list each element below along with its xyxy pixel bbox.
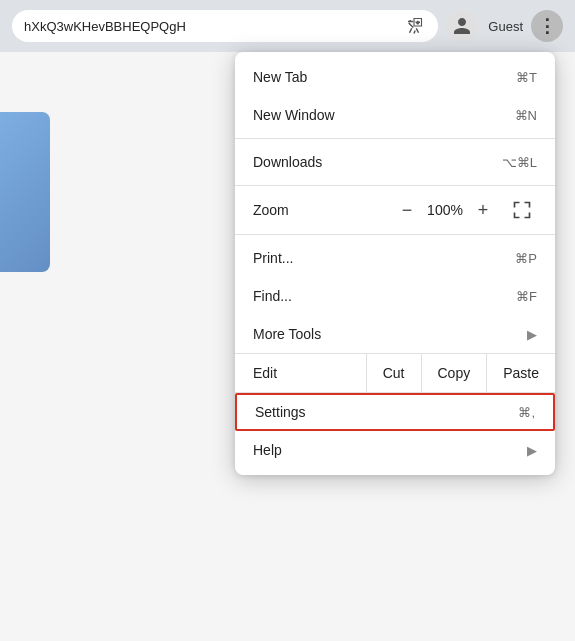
edit-copy-button[interactable]: Copy [421, 354, 487, 392]
menu-item-print[interactable]: Print... ⌘P [235, 239, 555, 277]
menu-item-zoom: Zoom − 100% + [235, 190, 555, 230]
zoom-in-button[interactable]: + [467, 196, 499, 224]
menu-item-help[interactable]: Help ▶ [235, 431, 555, 469]
new-tab-shortcut: ⌘T [516, 70, 537, 85]
url-text: hXkQ3wKHevBBHEQPQgH [24, 19, 396, 34]
zoom-controls: − 100% + [391, 196, 499, 224]
dropdown-menu: New Tab ⌘T New Window ⌘N Downloads ⌥⌘L Z… [235, 52, 555, 475]
fullscreen-button[interactable] [507, 197, 537, 223]
find-shortcut: ⌘F [516, 289, 537, 304]
menu-item-downloads[interactable]: Downloads ⌥⌘L [235, 143, 555, 181]
edit-label: Edit [235, 365, 366, 381]
browser-bar: hXkQ3wKHevBBHEQPQgH Guest ⋮ [0, 0, 575, 52]
zoom-label: Zoom [253, 202, 391, 218]
menu-item-edit-row: Edit Cut Copy Paste [235, 353, 555, 393]
divider-3 [235, 234, 555, 235]
downloads-label: Downloads [253, 154, 490, 170]
print-label: Print... [253, 250, 503, 266]
edit-cut-button[interactable]: Cut [366, 354, 421, 392]
zoom-out-button[interactable]: − [391, 196, 423, 224]
more-tools-arrow: ▶ [527, 327, 537, 342]
settings-label: Settings [255, 404, 506, 420]
profile-label: Guest [488, 19, 523, 34]
help-label: Help [253, 442, 519, 458]
menu-item-new-window[interactable]: New Window ⌘N [235, 96, 555, 134]
print-shortcut: ⌘P [515, 251, 537, 266]
new-tab-label: New Tab [253, 69, 504, 85]
url-bar[interactable]: hXkQ3wKHevBBHEQPQgH [12, 10, 438, 42]
settings-shortcut: ⌘, [518, 405, 535, 420]
more-tools-label: More Tools [253, 326, 519, 342]
menu-item-more-tools[interactable]: More Tools ▶ [235, 315, 555, 353]
divider-2 [235, 185, 555, 186]
help-arrow: ▶ [527, 443, 537, 458]
new-window-shortcut: ⌘N [515, 108, 537, 123]
translate-icon[interactable] [402, 14, 426, 38]
menu-item-settings[interactable]: Settings ⌘, [235, 393, 555, 431]
divider-1 [235, 138, 555, 139]
new-window-label: New Window [253, 107, 503, 123]
menu-item-new-tab[interactable]: New Tab ⌘T [235, 58, 555, 96]
menu-item-find[interactable]: Find... ⌘F [235, 277, 555, 315]
profile-button[interactable] [446, 10, 478, 42]
downloads-shortcut: ⌥⌘L [502, 155, 537, 170]
decorative-shape [0, 112, 50, 272]
zoom-value: 100% [423, 202, 467, 218]
find-label: Find... [253, 288, 504, 304]
edit-paste-button[interactable]: Paste [486, 354, 555, 392]
menu-dots-button[interactable]: ⋮ [531, 10, 563, 42]
